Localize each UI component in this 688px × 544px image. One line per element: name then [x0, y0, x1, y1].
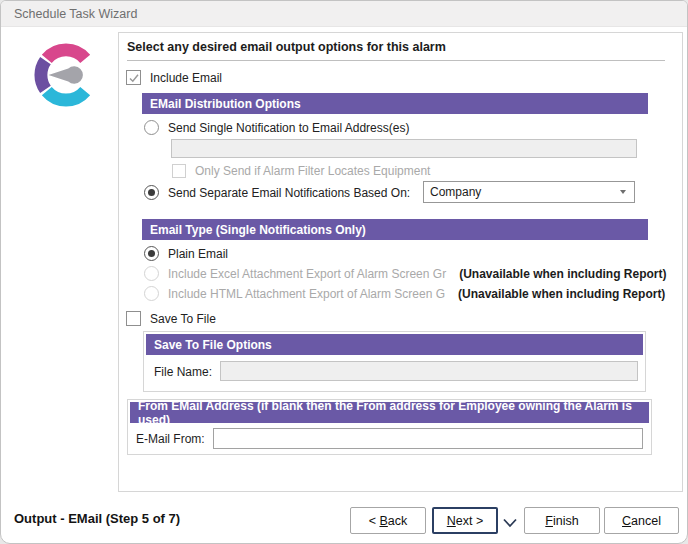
back-button[interactable]: < Back	[350, 507, 426, 534]
email-from-label: E-Mail From:	[136, 432, 205, 446]
email-type-header: Email Type (Single Notifications Only)	[142, 219, 648, 240]
file-name-input	[220, 361, 638, 381]
app-logo-icon	[25, 37, 107, 117]
separate-notifications-row: Send Separate Email Notifications Based …	[144, 185, 410, 200]
based-on-dropdown[interactable]: Company	[423, 181, 635, 203]
distribution-options-header: EMail Distribution Options	[142, 93, 648, 114]
page-instruction: Select any desired email output options …	[127, 40, 446, 54]
window-title: Schedule Task Wizard	[14, 7, 137, 21]
from-email-header: From EMail Address (if blank then the Fr…	[130, 402, 649, 423]
excel-attachment-label: Include Excel Attachment Export of Alarm…	[168, 267, 446, 281]
excel-attachment-row: Include Excel Attachment Export of Alarm…	[144, 266, 667, 281]
schedule-task-wizard-window: Schedule Task Wizard Select any desired …	[0, 0, 688, 544]
html-unavailable-note: (Unavailable when including Report)	[458, 287, 665, 301]
separate-notifications-radio[interactable]	[144, 185, 159, 200]
based-on-value: Company	[430, 185, 481, 199]
separate-notifications-label: Send Separate Email Notifications Based …	[168, 186, 410, 200]
email-from-input[interactable]	[213, 428, 643, 449]
wizard-step-status: Output - EMail (Step 5 of 7)	[14, 511, 180, 526]
wizard-page-panel: Select any desired email output options …	[118, 32, 683, 492]
plain-email-label: Plain Email	[168, 247, 228, 261]
save-to-file-checkbox[interactable]	[126, 311, 141, 326]
save-to-file-row: Save To File	[126, 311, 216, 326]
checkmark-icon	[128, 72, 140, 84]
html-attachment-label: Include HTML Attachment Export of Alarm …	[168, 287, 445, 301]
from-email-groupbox: From EMail Address (if blank then the Fr…	[127, 399, 652, 455]
include-email-label: Include Email	[150, 71, 222, 85]
finish-button[interactable]: Finish	[524, 507, 600, 534]
html-attachment-row: Include HTML Attachment Export of Alarm …	[144, 286, 665, 301]
plain-email-radio[interactable]	[144, 246, 159, 261]
include-email-row: Include Email	[126, 70, 222, 85]
plain-email-row: Plain Email	[144, 246, 228, 261]
email-addresses-input	[171, 139, 637, 158]
alarm-filter-label: Only Send if Alarm Filter Locates Equipm…	[195, 164, 430, 178]
single-notification-label: Send Single Notification to Email Addres…	[168, 121, 409, 135]
next-options-chevron-icon[interactable]	[502, 514, 518, 532]
single-notification-radio[interactable]	[144, 120, 159, 135]
titlebar: Schedule Task Wizard	[1, 1, 687, 27]
html-attachment-radio	[144, 286, 159, 301]
dropdown-arrow-icon	[620, 190, 626, 194]
alarm-filter-row: Only Send if Alarm Filter Locates Equipm…	[172, 164, 430, 178]
save-to-file-options-header: Save To File Options	[146, 334, 643, 355]
cancel-button[interactable]: Cancel	[604, 507, 679, 534]
alarm-filter-checkbox	[172, 164, 186, 178]
excel-attachment-radio	[144, 266, 159, 281]
save-to-file-label: Save To File	[150, 312, 216, 326]
excel-unavailable-note: (Unavailable when including Report)	[459, 267, 666, 281]
next-button[interactable]: Next >	[432, 507, 498, 534]
file-name-label: File Name:	[154, 365, 212, 379]
single-notification-row: Send Single Notification to Email Addres…	[144, 120, 409, 135]
include-email-checkbox[interactable]	[126, 70, 141, 85]
save-to-file-groupbox: Save To File Options File Name:	[143, 331, 646, 392]
instruction-divider	[127, 60, 665, 61]
